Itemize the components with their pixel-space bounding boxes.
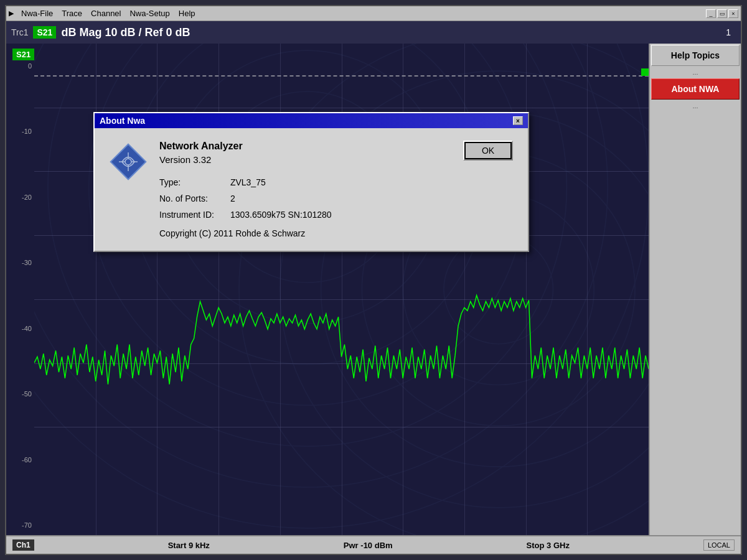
y-axis: 0 -10 -20 -30 -40 -50 -60 -70	[6, 44, 34, 535]
start-label: Start 9 kHz	[168, 541, 210, 550]
dialog-id-label: Instrument ID:	[159, 210, 228, 220]
channel-number: 1	[726, 27, 731, 37]
dialog-type-label: Type:	[159, 177, 228, 187]
menu-icon: ▶	[9, 9, 14, 17]
svg-point-15	[125, 159, 131, 165]
about-nwa-dots: ...	[650, 101, 741, 111]
pwr-label: Pwr -10 dBm	[344, 541, 393, 550]
y-label-10: -10	[6, 128, 34, 135]
menu-trace[interactable]: Trace	[58, 8, 86, 19]
menu-bar: ▶ Nwa-File Trace Channel Nwa-Setup Help …	[6, 6, 741, 21]
s21-badge: S21	[33, 26, 56, 39]
dialog-title: About Nwa	[100, 116, 145, 126]
close-button[interactable]: ×	[728, 9, 738, 18]
trace-bar: Trc1 S21 dB Mag 10 dB / Ref 0 dB 1	[6, 21, 741, 44]
y-label-40: -40	[6, 325, 34, 332]
minimize-button[interactable]: _	[706, 9, 716, 18]
menu-nwa-setup[interactable]: Nwa-Setup	[126, 8, 173, 19]
trace-label: Trc1	[11, 27, 28, 37]
about-dialog[interactable]: About Nwa ×	[93, 112, 529, 252]
dialog-ports-label: No. of Ports:	[159, 194, 228, 203]
dialog-id-row: Instrument ID: 1303.6509k75 SN:101280	[159, 210, 513, 220]
ch1-badge: Ch1	[12, 539, 34, 551]
help-topics-dots: ...	[650, 67, 741, 77]
dialog-type-value: ZVL3_75	[230, 177, 266, 187]
y-label-0: 0	[6, 62, 34, 70]
local-badge: LOCAL	[703, 539, 735, 551]
menu-channel[interactable]: Channel	[87, 8, 125, 19]
y-label-30: -30	[6, 259, 34, 266]
s21-chart-label: S21	[12, 49, 34, 60]
dialog-type-row: Type: ZVL3_75	[159, 177, 513, 187]
signal-trace	[34, 44, 649, 474]
dialog-copyright: Copyright (C) 2011 Rohde & Schwarz	[159, 228, 513, 238]
y-label-50: -50	[6, 390, 34, 398]
right-sidebar: Help Topics ... About NWA ...	[649, 44, 741, 535]
dialog-ports-value: 2	[230, 194, 235, 203]
window-controls: _ ▭ ×	[706, 9, 738, 18]
stop-label: Stop 3 GHz	[527, 541, 570, 550]
help-topics-button[interactable]: Help Topics	[651, 45, 740, 66]
trace-params: dB Mag 10 dB / Ref 0 dB	[61, 26, 190, 39]
status-bar: Ch1 Start 9 kHz Pwr -10 dBm Stop 3 GHz L…	[6, 535, 741, 554]
dialog-title-bar: About Nwa ×	[95, 113, 528, 128]
dialog-version: Version 3.32	[159, 154, 513, 165]
menu-help[interactable]: Help	[175, 8, 199, 19]
dialog-close-button[interactable]: ×	[513, 116, 523, 125]
dialog-icon	[110, 143, 147, 180]
restore-button[interactable]: ▭	[717, 9, 727, 18]
dialog-app-name: Network Analyzer	[159, 141, 513, 152]
dialog-content: Network Analyzer Version 3.32 Type: ZVL3…	[95, 128, 528, 251]
y-label-20: -20	[6, 194, 34, 201]
menu-nwa-file[interactable]: Nwa-File	[17, 8, 57, 19]
dialog-ok-button[interactable]: OK	[463, 141, 513, 161]
dialog-ports-row: No. of Ports: 2	[159, 194, 513, 203]
main-area: S21 0 -10 -20 -30 -40 -50 -60 -70	[6, 44, 741, 535]
y-label-60: -60	[6, 456, 34, 464]
dialog-id-value: 1303.6509k75 SN:101280	[230, 210, 332, 220]
ref-marker	[641, 68, 649, 76]
y-label-70: -70	[6, 521, 34, 529]
dialog-info: Network Analyzer Version 3.32 Type: ZVL3…	[159, 141, 513, 238]
about-nwa-button[interactable]: About NWA	[651, 78, 740, 100]
